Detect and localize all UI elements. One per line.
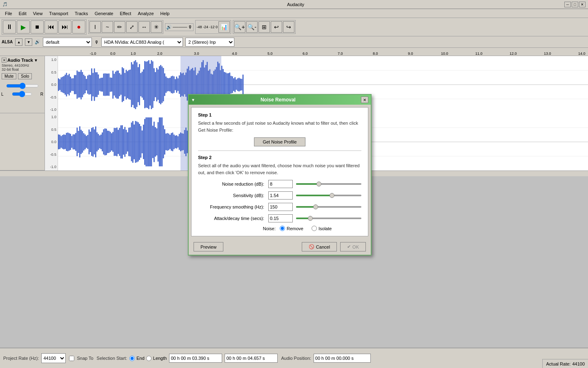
zoom-out-button[interactable]: 🔍- — [246, 21, 258, 33]
sensitivity-slider-container — [296, 191, 361, 200]
audio-position-input[interactable] — [314, 354, 371, 363]
menu-tracks[interactable]: Tracks — [71, 10, 91, 17]
track-controls-bottom — [0, 113, 45, 170]
undo-button[interactable]: ↩ — [271, 21, 282, 33]
project-rate-select[interactable]: 44100 — [41, 353, 66, 363]
menu-generate[interactable]: Generate — [91, 10, 117, 17]
track-info-2: 32-bit float — [2, 67, 43, 72]
remove-radio-option[interactable]: Remove — [280, 226, 303, 231]
selection-end-input[interactable] — [225, 354, 278, 363]
noise-reduction-input[interactable] — [268, 180, 293, 188]
mute-button[interactable]: Mute — [2, 73, 16, 79]
remove-label: Remove — [287, 226, 303, 231]
pan-slider[interactable] — [12, 91, 32, 97]
noise-reduction-slider-thumb[interactable] — [316, 182, 321, 186]
ok-label: OK — [352, 245, 359, 249]
maximize-button[interactable]: □ — [572, 2, 578, 7]
menu-help[interactable]: Help — [157, 10, 173, 17]
cancel-button[interactable]: 🚫 Cancel — [302, 242, 337, 251]
noise-removal-dialog: ▼ Noise Removal ✕ Step 1 Select a few se… — [188, 94, 372, 256]
dialog-close-button[interactable]: ✕ — [361, 96, 368, 103]
skip-start-button[interactable]: ⏮ — [45, 20, 58, 34]
play-button[interactable]: ▶ — [17, 20, 30, 34]
audio-position-group: Audio Position: — [281, 354, 370, 363]
attack-decay-slider-track — [296, 218, 361, 219]
draw-tool-button[interactable]: ✏ — [114, 21, 125, 33]
left-label: L — [1, 92, 4, 96]
selection-start-input[interactable] — [169, 354, 222, 363]
y-label-b-0-5: 0.5 — [45, 128, 58, 132]
mic-icon: 🎙 — [94, 40, 99, 45]
noise-reduction-slider-container — [296, 180, 361, 188]
get-noise-profile-button[interactable]: Get Noise Profile — [254, 137, 305, 146]
noise-radio-group: Remove Isolate — [280, 226, 332, 231]
bottom-status: Actual Rate: 44100 — [542, 359, 588, 368]
channel-select[interactable]: 2 (Stereo) Inp — [185, 38, 234, 47]
attack-decay-slider-thumb[interactable] — [308, 216, 313, 221]
freq-smoothing-slider-thumb[interactable] — [313, 204, 318, 209]
freq-smoothing-slider-container — [296, 203, 361, 211]
pause-button[interactable]: ⏸ — [3, 20, 16, 34]
ruler-mark-minus1: -1.0 — [90, 52, 96, 56]
ruler-mark-13: 13.0 — [544, 52, 551, 56]
menu-edit[interactable]: Edit — [16, 10, 30, 17]
gain-slider[interactable] — [6, 83, 39, 89]
isolate-label: Isolate — [318, 226, 332, 231]
zoom-in-button[interactable]: 🔍+ — [234, 21, 245, 33]
dialog-divider — [198, 150, 361, 151]
zoom-tool-button[interactable]: ⤢ — [126, 21, 138, 33]
multi-tool-button[interactable]: ✳ — [151, 21, 162, 33]
record-button[interactable]: ● — [72, 20, 85, 34]
skip-end-button[interactable]: ⏭ — [58, 20, 71, 34]
attack-decay-row: Attack/decay time (secs): — [198, 214, 361, 222]
output-volume-icon: 🔊 — [166, 25, 172, 30]
close-button[interactable]: ✕ — [579, 2, 586, 7]
redo-button[interactable]: ↪ — [283, 21, 294, 33]
stop-button[interactable]: ■ — [31, 20, 44, 34]
status-bar: Project Rate (Hz): 44100 Snap To Selecti… — [0, 348, 588, 368]
ruler-mark-7: 7.0 — [338, 52, 343, 56]
menu-analyze[interactable]: Analyze — [134, 10, 157, 17]
select-tool-button[interactable]: I — [89, 21, 101, 33]
length-radio[interactable] — [146, 356, 151, 361]
snap-to-checkbox[interactable] — [69, 356, 74, 361]
isolate-radio[interactable] — [312, 226, 317, 231]
menu-effect[interactable]: Effect — [117, 10, 135, 17]
sensitivity-row: Sensitivity (dB): — [198, 191, 361, 200]
sensitivity-input[interactable] — [268, 191, 293, 200]
end-radio[interactable] — [129, 356, 135, 361]
dialog-body: Step 1 Select a few seconds of just nois… — [191, 107, 368, 236]
ok-button[interactable]: ✔ OK — [340, 242, 366, 251]
driver-down-button[interactable]: ▼ — [25, 38, 32, 46]
timeshift-tool-button[interactable]: ↔ — [138, 21, 150, 33]
menu-file[interactable]: File — [2, 10, 16, 17]
isolate-radio-option[interactable]: Isolate — [312, 226, 332, 231]
menu-view[interactable]: View — [30, 10, 46, 17]
menu-transport[interactable]: Transport — [46, 10, 71, 17]
track-close-button[interactable]: ✕ — [2, 58, 7, 63]
driver-up-button[interactable]: ▲ — [15, 38, 22, 46]
timeline-ruler: -1.0 0.0 1.0 2.0 3.0 4.0 5.0 6.0 7.0 8.0… — [0, 48, 588, 56]
preview-button[interactable]: Preview — [194, 242, 223, 251]
y-axis-top: 1.0 0.5 0.0 -0.5 -1.0 — [45, 56, 58, 113]
ruler-mark-0: 0.0 — [110, 52, 116, 56]
envelope-tool-button[interactable]: ~ — [102, 21, 113, 33]
output-device-select[interactable]: default — [43, 38, 92, 47]
freq-smoothing-input[interactable] — [268, 203, 293, 211]
project-rate-label: Project Rate (Hz): — [3, 356, 39, 361]
zoom-fit-button[interactable]: ⊞ — [258, 21, 270, 33]
attack-decay-label: Attack/decay time (secs): — [198, 216, 268, 221]
title-bar-controls: ─ □ ✕ — [564, 2, 586, 7]
input-device-select[interactable]: HDA NVidia: ALC883 Analog ( — [101, 38, 183, 47]
input-meter-button[interactable]: 📊 — [218, 21, 230, 33]
solo-button[interactable]: Solo — [18, 73, 32, 79]
sensitivity-slider-thumb[interactable] — [330, 193, 334, 198]
ruler-mark-8: 8.0 — [373, 52, 378, 56]
track-name-row: ✕ Audio Track ▼ — [2, 58, 43, 63]
attack-decay-input[interactable] — [268, 214, 293, 222]
y-label-0-0: 0.0 — [45, 83, 58, 87]
remove-radio[interactable] — [280, 226, 285, 231]
track-dropdown-arrow[interactable]: ▼ — [34, 58, 38, 63]
ruler-mark-4: 4.0 — [232, 52, 237, 56]
minimize-button[interactable]: ─ — [564, 2, 571, 7]
